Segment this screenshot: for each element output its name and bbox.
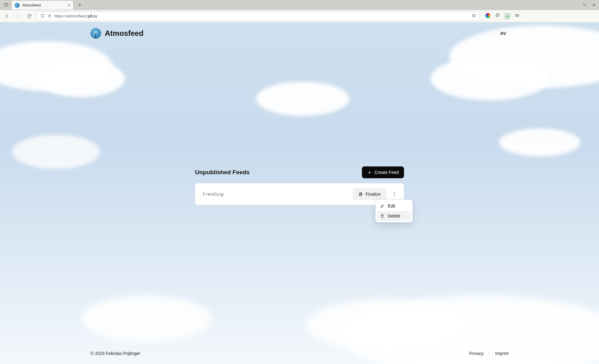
brand[interactable]: Atmosfeed [90,28,144,39]
lock-icon [47,13,52,19]
feeds-panel: Unpublished Feeds Create Feed trending [195,166,404,205]
nav-forward-button[interactable] [14,12,22,20]
footer-separator [489,351,489,356]
create-feed-label: Create Feed [374,170,399,175]
url-bar[interactable]: https://atmosfeed.p8.lu [37,12,480,21]
feed-more-button[interactable] [389,189,400,199]
plus-icon [367,170,372,175]
edit-icon [380,204,385,208]
svg-point-3 [394,192,395,193]
app-menu-icon[interactable] [514,13,520,19]
menu-item-delete[interactable]: Delete [377,211,411,221]
feed-name: trending [202,192,223,197]
extensions-icon[interactable] [495,13,500,19]
footer-copyright: © 2023 Felicitas Pojtinger [90,351,140,356]
new-tab-button[interactable]: + [75,1,84,9]
browser-tabbar: Atmosfeed × + × [0,0,599,10]
menu-item-delete-label: Delete [388,213,400,218]
url-text: https://atmosfeed.p8.lu [54,14,469,18]
brand-title: Atmosfeed [105,29,144,38]
finalize-icon [358,192,363,197]
trash-icon [380,214,385,218]
bookmark-star-icon[interactable] [471,13,476,19]
tab-title: Atmosfeed [22,3,65,7]
feed-card: trending Finalize [195,183,404,205]
app-header: Atmosfeed AV [0,22,599,39]
window-close-icon[interactable]: × [592,2,595,8]
tab-close-icon[interactable]: × [68,3,70,8]
brand-logo-icon [90,28,101,39]
browser-tab-active[interactable]: Atmosfeed × [11,0,74,10]
finalize-label: Finalize [366,192,381,197]
recent-window-icon[interactable] [2,1,10,8]
panel-head: Unpublished Feeds Create Feed [195,166,404,178]
nav-reload-button[interactable] [26,12,33,20]
menu-item-edit-label: Edit [388,204,395,208]
avatar[interactable]: AV [498,28,509,39]
tab-favicon [15,3,20,8]
avatar-initials: AV [500,31,506,36]
toolbar-right: ▦ [485,13,520,19]
finalize-button[interactable]: Finalize [353,188,386,200]
viewport: Atmosfeed AV Unpublished Feeds Create Fe… [0,22,599,364]
svg-point-5 [394,195,395,196]
panel-title: Unpublished Feeds [195,169,250,176]
extension-b-icon[interactable]: ▦ [504,13,510,19]
browser-toolbar: https://atmosfeed.p8.lu ▦ [0,10,599,22]
card-actions: Finalize [353,188,400,200]
url-host: p8.lu [88,14,97,18]
nav-back-button[interactable] [3,12,11,20]
svg-rect-0 [5,3,8,6]
extension-a-icon[interactable] [485,13,490,19]
tabs-overflow-icon[interactable] [582,2,587,8]
shield-icon [40,13,45,19]
more-vertical-icon [392,191,397,197]
feed-more-menu: Edit Delete [375,199,413,223]
svg-rect-1 [49,15,51,17]
create-feed-button[interactable]: Create Feed [362,166,404,178]
footer-privacy-link[interactable]: Privacy [469,351,484,356]
url-prefix: https://atmosfeed. [54,14,88,18]
footer: © 2023 Felicitas Pojtinger Privacy Impri… [0,345,599,364]
footer-imprint-link[interactable]: Imprint [495,351,509,356]
main: Unpublished Feeds Create Feed trending [0,39,599,345]
menu-item-edit[interactable]: Edit [377,201,411,211]
footer-links: Privacy Imprint [469,351,509,356]
svg-point-4 [394,194,395,194]
